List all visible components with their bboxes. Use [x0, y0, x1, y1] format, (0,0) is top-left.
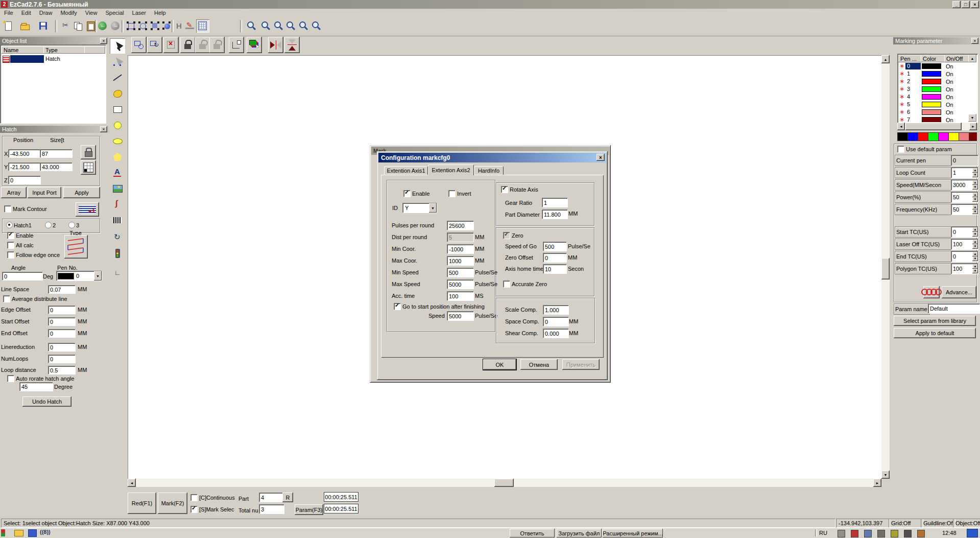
x-position-field[interactable]: -43.500 — [8, 149, 41, 158]
param-value[interactable]: 50▲▼ — [951, 204, 978, 215]
spin-up-icon[interactable]: ▲ — [972, 205, 978, 209]
pen-scroll-up-icon[interactable]: ▲ — [968, 55, 976, 62]
status-object[interactable]: Object:Off — [953, 519, 980, 528]
taskbar-app-icon[interactable] — [28, 529, 37, 537]
transform-scale-button[interactable] — [131, 37, 147, 53]
taskbar-button[interactable]: Загрузить файл — [557, 529, 602, 537]
pen-stack-button[interactable] — [247, 37, 262, 53]
x-size-field[interactable]: 87 — [40, 149, 73, 158]
tray-icon[interactable] — [891, 530, 898, 537]
spin-up-icon[interactable]: ▲ — [972, 252, 978, 256]
ok-button[interactable]: OK — [483, 359, 516, 370]
hscroll-thumb[interactable] — [494, 479, 514, 487]
all-calc-checkbox[interactable] — [7, 242, 14, 249]
part-field[interactable]: 4 — [259, 493, 284, 502]
vscroll-thumb[interactable] — [881, 258, 890, 279]
taskbar-button[interactable]: Расширенный режим... — [603, 529, 663, 537]
object-row-type[interactable]: Hatch — [45, 56, 60, 62]
spin-down-icon[interactable]: ▼ — [972, 256, 978, 261]
param-value[interactable]: 3000▲▼ — [951, 179, 978, 191]
auto-rotate-checkbox[interactable] — [7, 375, 14, 382]
mark-f2-button[interactable]: Mark(F2) — [158, 493, 187, 514]
y-size-field[interactable]: 43.000 — [40, 162, 73, 171]
param-value[interactable]: 0▲▼ — [951, 251, 978, 262]
canvas-hscrollbar[interactable]: ◄ ► — [128, 479, 881, 487]
object-list-col-name[interactable]: Name — [2, 46, 45, 54]
dialog-field-value[interactable]: 1000 — [447, 256, 474, 266]
menu-help[interactable]: Help — [150, 9, 170, 16]
pen-row[interactable]: ∗2On — [898, 78, 968, 85]
hatch-panel-close-icon[interactable]: × — [100, 126, 107, 132]
param-value[interactable]: 0▲▼ — [951, 226, 978, 238]
zoom-page-button[interactable] — [297, 19, 310, 33]
marking-panel-close-icon[interactable]: × — [971, 38, 978, 44]
z-position-field[interactable]: 0 — [8, 176, 41, 184]
spinner[interactable]: ▲▼ — [972, 205, 978, 214]
array-button[interactable]: Array — [1, 187, 27, 198]
follow-edge-checkbox[interactable] — [7, 251, 14, 259]
scroll-right-icon[interactable]: ► — [873, 479, 881, 487]
param-value[interactable]: 1▲▼ — [951, 167, 978, 178]
ellipse-tool-button[interactable] — [110, 133, 125, 149]
hatch3-radio[interactable] — [68, 222, 75, 228]
spinner[interactable]: ▲▼ — [972, 180, 978, 190]
param-value[interactable]: 0 — [951, 155, 978, 166]
hatch-row-field[interactable]: 0 — [48, 355, 76, 363]
advance-button[interactable]: Advance... — [942, 286, 976, 298]
wobble-button[interactable] — [923, 286, 940, 298]
palette-swatch[interactable] — [938, 132, 949, 141]
pen-row[interactable]: ∗0On — [898, 62, 968, 70]
spin-down-icon[interactable]: ▼ — [972, 173, 978, 177]
tray-icon[interactable] — [877, 530, 885, 537]
anchor-grid-button[interactable] — [81, 160, 96, 175]
zoom-extent-button[interactable] — [309, 19, 323, 33]
menu-draw[interactable]: Draw — [35, 9, 57, 16]
taskbar-folder-icon[interactable] — [14, 530, 23, 536]
rotate-axis-checkbox[interactable] — [501, 186, 508, 193]
new-file-button[interactable] — [2, 19, 15, 33]
tray-icon[interactable] — [904, 530, 912, 537]
status-guideline[interactable]: Guildline:Of — [921, 519, 955, 528]
extend-axis-tool-button[interactable] — [110, 266, 125, 281]
spinner[interactable]: ▲▼ — [972, 252, 978, 261]
hatch-row-field[interactable]: 0.07 — [48, 285, 76, 294]
pen-dropdown-icon[interactable]: ▼ — [94, 271, 102, 280]
close-button[interactable]: × — [971, 1, 979, 8]
marking-panel-header[interactable]: Marking parameter × — [893, 37, 980, 44]
zero-field-value[interactable]: 0 — [543, 253, 567, 263]
pen-hscroll-thumb[interactable] — [905, 123, 962, 130]
spin-up-icon[interactable]: ▲ — [972, 240, 978, 244]
red-f1-button[interactable]: Red(F1) — [128, 493, 156, 514]
palette-swatch[interactable] — [959, 132, 970, 141]
undo-hatch-button[interactable]: Undo Hatch — [22, 396, 71, 407]
palette-swatch[interactable] — [907, 132, 919, 141]
object-list-close-icon[interactable]: × — [100, 38, 107, 44]
spin-up-icon[interactable]: ▲ — [972, 193, 978, 197]
ezcad-task-icon[interactable]: ((8)) — [40, 529, 51, 535]
snap-origin-button[interactable] — [229, 37, 244, 53]
cut-button[interactable] — [59, 19, 73, 33]
speed-field[interactable]: 5000 — [447, 311, 474, 321]
part-diameter-field[interactable]: 11.800 — [542, 209, 568, 219]
spin-down-icon[interactable]: ▼ — [972, 209, 978, 214]
scroll-down-icon[interactable]: ▼ — [881, 471, 890, 479]
dialog-field-value[interactable]: 5000 — [447, 279, 474, 289]
scroll-left-icon[interactable]: ◄ — [128, 479, 136, 487]
id-dropdown[interactable]: Y ▼ — [402, 203, 437, 213]
io-tool-button[interactable] — [110, 246, 125, 261]
rect-tool-button[interactable] — [110, 102, 125, 117]
tools-pen-button[interactable] — [183, 19, 197, 33]
apply-default-button[interactable]: Apply to default — [894, 328, 976, 338]
angle-field[interactable]: 0 — [2, 272, 43, 280]
pen-row[interactable]: ∗1On — [898, 70, 968, 78]
zero-field-value[interactable]: 500 — [543, 242, 567, 251]
copy-button[interactable] — [71, 19, 85, 33]
accurate-zero-checkbox[interactable] — [503, 280, 510, 288]
comp-field-value[interactable]: 0 — [543, 317, 569, 326]
spinner[interactable]: ▲▼ — [972, 193, 978, 202]
use-default-checkbox[interactable] — [897, 146, 904, 153]
title-bar[interactable]: 2 EzCad2.7.6 - Безымянный _ □ × — [0, 0, 980, 9]
object-list-col-type[interactable]: Type — [43, 46, 86, 54]
redo-button[interactable] — [109, 19, 123, 33]
object-row-name[interactable] — [10, 55, 44, 63]
